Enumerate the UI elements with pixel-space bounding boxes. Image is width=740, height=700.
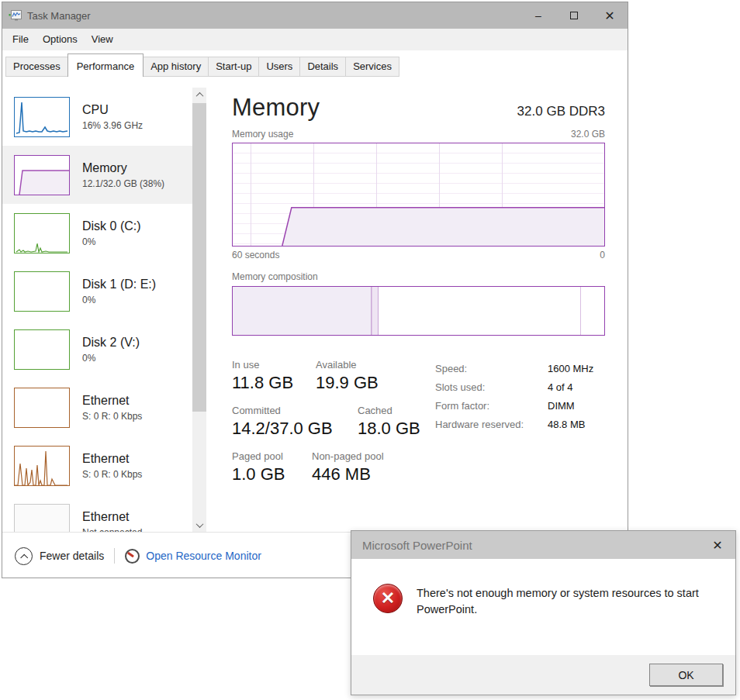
menu-bar: File Options View (2, 29, 628, 50)
sidebar-item-ethernet1[interactable]: Ethernet S: 0 R: 0 Kbps (2, 378, 192, 436)
dialog-message: There's not enough memory or system reso… (417, 585, 715, 618)
tab-performance[interactable]: Performance (67, 53, 144, 77)
ethernet2-mini-chart (14, 446, 70, 486)
sidebar-item-subtitle: 0% (82, 353, 140, 364)
sidebar-scrollbar[interactable] (192, 88, 206, 532)
tab-strip: Processes Performance App history Start-… (2, 50, 628, 77)
footer-divider (114, 548, 115, 564)
tab-users[interactable]: Users (258, 57, 300, 77)
menu-file[interactable]: File (5, 29, 36, 50)
sidebar-item-subtitle: Not connected (82, 527, 142, 532)
ok-button[interactable]: OK (649, 664, 723, 686)
sidebar-item-disk2[interactable]: Disk 2 (V:) 0% (2, 320, 192, 378)
dialog-close-button[interactable]: ✕ (700, 531, 735, 559)
stat-in-use: In use 11.8 GB (232, 359, 316, 393)
scrollbar-thumb[interactable] (192, 103, 206, 412)
memory-stats: In use 11.8 GB Available 19.9 GB Committ… (232, 359, 435, 496)
memory-usage-area (233, 143, 604, 246)
close-icon: ✕ (604, 9, 614, 23)
detail-form-factor: Form factor: DIMM (435, 397, 605, 416)
memory-composition-bar[interactable] (232, 286, 605, 336)
tab-services[interactable]: Services (345, 57, 399, 77)
memory-hardware-details: Speed: 1600 MHz Slots used: 4 of 4 Form … (435, 359, 605, 496)
menu-options[interactable]: Options (36, 29, 85, 50)
composition-label: Memory composition (232, 271, 605, 282)
sidebar-item-title: CPU (82, 102, 143, 118)
sidebar-item-ethernet3[interactable]: Ethernet Not connected (2, 495, 192, 532)
sidebar-item-subtitle: 12.1/32.0 GB (38%) (82, 178, 164, 189)
detail-hardware-reserved: Hardware reserved: 48.8 MB (435, 416, 605, 434)
ethernet1-mini-chart (14, 388, 70, 428)
sidebar-item-title: Disk 0 (C:) (82, 219, 141, 234)
sidebar-item-title: Ethernet (82, 451, 142, 467)
memory-usage-chart (232, 143, 605, 247)
sidebar-item-subtitle: S: 0 R: 0 Kbps (82, 411, 142, 422)
dialog-body: ✕ There's not enough memory or system re… (351, 559, 735, 655)
stat-paged-pool: Paged pool 1.0 GB (232, 450, 312, 484)
composition-modified-segment (372, 287, 379, 335)
sidebar-item-disk0[interactable]: Disk 0 (C:) 0% (2, 204, 192, 262)
scroll-down-icon[interactable] (192, 518, 206, 532)
task-manager-icon (9, 9, 22, 22)
fewer-details-icon (15, 547, 33, 565)
tab-start-up[interactable]: Start-up (208, 57, 259, 77)
dialog-title-bar[interactable]: Microsoft PowerPoint ✕ (351, 531, 735, 559)
maximize-button[interactable] (556, 2, 592, 29)
window-title: Task Manager (27, 10, 520, 22)
performance-sidebar: CPU 16% 3.96 GHz Memory 12.1/32.0 GB (38… (2, 77, 192, 532)
tab-processes[interactable]: Processes (5, 57, 68, 77)
fewer-details-button[interactable]: Fewer details (40, 550, 104, 562)
stat-committed: Committed 14.2/37.0 GB (232, 405, 358, 439)
sidebar-item-ethernet2[interactable]: Ethernet S: 0 R: 0 Kbps (2, 436, 192, 495)
detail-slots-used: Slots used: 4 of 4 (435, 378, 605, 397)
performance-content: CPU 16% 3.96 GHz Memory 12.1/32.0 GB (38… (2, 77, 628, 532)
sidebar-item-title: Disk 1 (D: E:) (82, 277, 156, 292)
sidebar-item-subtitle: 16% 3.96 GHz (82, 120, 143, 131)
open-resource-monitor-link[interactable]: Open Resource Monitor (146, 550, 261, 562)
scroll-up-icon[interactable] (192, 88, 206, 102)
minimize-icon: – (535, 9, 541, 22)
minimize-button[interactable]: – (520, 2, 556, 29)
disk0-mini-chart (14, 213, 70, 253)
usage-chart-x-left: 60 seconds (232, 250, 279, 260)
composition-in-use-segment (233, 287, 372, 335)
title-bar[interactable]: Task Manager – ✕ (2, 2, 628, 29)
menu-view[interactable]: View (85, 29, 120, 50)
sidebar-item-subtitle: 0% (82, 236, 141, 247)
sidebar-item-subtitle: 0% (82, 295, 156, 305)
memory-panel: Memory 32.0 GB DDR3 Memory usage 32.0 GB… (232, 77, 605, 532)
disk1-mini-chart (14, 271, 70, 312)
tab-details[interactable]: Details (299, 57, 346, 77)
sidebar-item-title: Memory (82, 160, 164, 176)
maximize-icon (570, 12, 578, 19)
task-manager-window: Task Manager – ✕ File Options View Proce… (2, 2, 628, 578)
sidebar-item-title: Ethernet (82, 509, 142, 525)
sidebar-item-cpu[interactable]: CPU 16% 3.96 GHz (2, 88, 192, 146)
composition-free-segment (581, 287, 604, 335)
sidebar-item-memory[interactable]: Memory 12.1/32.0 GB (38%) (2, 146, 192, 204)
sidebar-item-subtitle: S: 0 R: 0 Kbps (82, 469, 142, 480)
close-button[interactable]: ✕ (592, 2, 628, 29)
dialog-footer: OK (351, 655, 735, 695)
ethernet3-mini-chart (14, 504, 70, 533)
composition-standby-segment (379, 287, 581, 335)
error-icon: ✕ (373, 584, 403, 613)
sidebar-item-title: Ethernet (82, 393, 142, 409)
stat-cached: Cached 18.0 GB (358, 405, 420, 439)
detail-speed: Speed: 1600 MHz (435, 360, 605, 378)
disk2-mini-chart (14, 329, 70, 370)
memory-mini-chart (14, 155, 70, 195)
memory-capacity: 32.0 GB DDR3 (517, 104, 605, 119)
cpu-mini-chart (14, 97, 70, 137)
sidebar-item-title: Disk 2 (V:) (82, 335, 140, 350)
close-icon: ✕ (712, 538, 722, 553)
stat-non-paged-pool: Non-paged pool 446 MB (312, 450, 384, 484)
tab-app-history[interactable]: App history (143, 57, 209, 77)
desktop: Task Manager – ✕ File Options View Proce… (0, 0, 740, 700)
sidebar-item-disk1[interactable]: Disk 1 (D: E:) 0% (2, 262, 192, 320)
powerpoint-error-dialog: Microsoft PowerPoint ✕ ✕ There's not eno… (351, 530, 736, 695)
dialog-title: Microsoft PowerPoint (362, 539, 700, 552)
memory-panel-title: Memory (232, 94, 320, 122)
usage-chart-label: Memory usage (232, 129, 293, 140)
resource-monitor-icon (125, 549, 140, 564)
